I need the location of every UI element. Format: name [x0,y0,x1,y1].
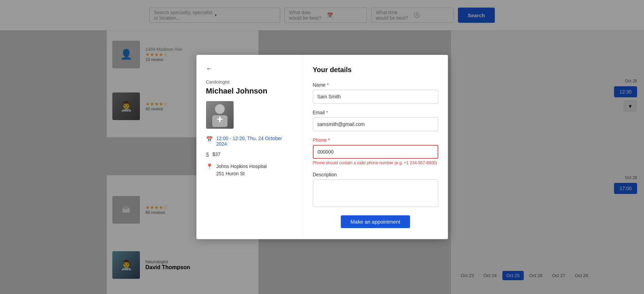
doctor-silhouette-icon [209,103,230,127]
doctor-photo-placeholder [206,101,234,129]
phone-label: Phone * [313,137,438,143]
phone-error-text: Phone should contain a valid phone numbe… [313,160,438,166]
location-icon: 📍 [206,163,213,170]
svg-point-0 [215,104,225,114]
description-label: Description [313,172,438,177]
price-row: $ $37 [206,151,293,158]
specialty-label: Cardiologist [206,79,293,85]
calendar-icon-modal: 📅 [206,136,213,143]
modal-right-panel: Your details Name * Email * [303,55,448,239]
doctor-name: Michael Johnson [206,87,293,96]
phone-field-group: Phone * Phone should contain a valid pho… [313,137,438,166]
email-input[interactable] [313,117,438,131]
modal-overlay: ← Cardiologist Michael Johnson 📅 12:00 -… [0,0,644,294]
svg-rect-3 [219,117,221,122]
name-field-group: Name * [313,82,438,104]
details-title: Your details [313,66,438,74]
location-row: 📍 Johns Hopkins Hospital 251 Huron St [206,163,293,177]
phone-input[interactable] [313,145,438,159]
price-value: $37 [212,151,220,157]
hospital-name: Johns Hopkins Hospital [216,163,267,170]
email-required-star: * [326,110,328,115]
make-appointment-button[interactable]: Make an appointment [341,215,410,228]
phone-required-star: * [328,137,330,143]
doctor-photo [206,101,234,129]
dollar-icon: $ [206,152,209,158]
appointment-time: 12:00 - 12:20, Thu, 24 October 2024 [216,136,293,147]
address-block: Johns Hopkins Hospital 251 Huron St [216,163,267,177]
address-line2: 251 Huron St [216,170,267,177]
modal-left-panel: ← Cardiologist Michael Johnson 📅 12:00 -… [196,55,303,239]
description-field-group: Description [313,172,438,208]
email-field-group: Email * [313,110,438,131]
appointment-modal: ← Cardiologist Michael Johnson 📅 12:00 -… [196,55,448,239]
name-input[interactable] [313,90,438,104]
name-label: Name * [313,82,438,88]
appointment-time-row: 📅 12:00 - 12:20, Thu, 24 October 2024 [206,136,293,147]
name-required-star: * [327,82,329,88]
back-button[interactable]: ← [206,65,213,72]
email-label: Email * [313,110,438,115]
description-textarea[interactable] [313,179,438,207]
